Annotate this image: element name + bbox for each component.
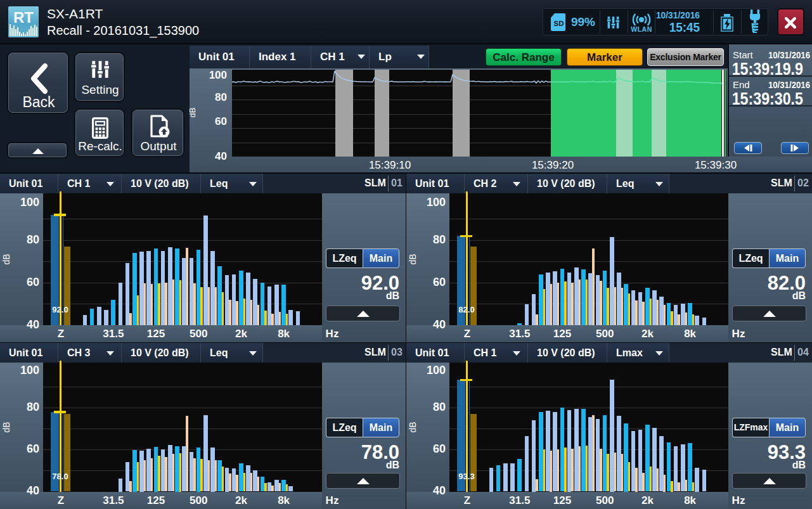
svg-text:RT: RT <box>13 9 34 26</box>
svg-text:SD: SD <box>554 20 564 27</box>
svg-text:WLAN: WLAN <box>631 25 652 33</box>
